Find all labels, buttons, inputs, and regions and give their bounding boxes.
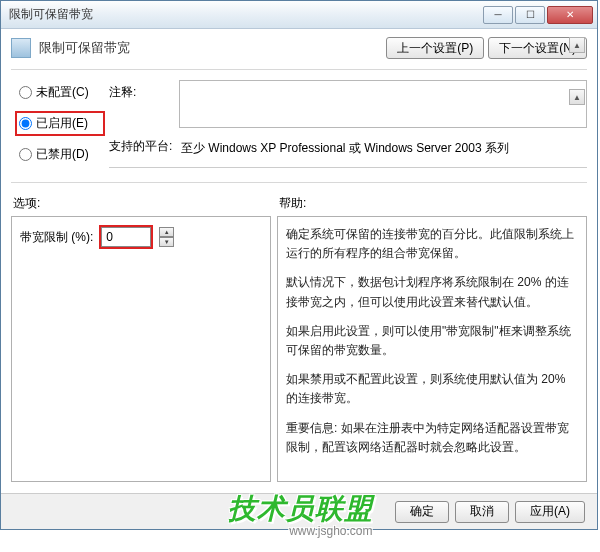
config-area: 未配置(C) 已启用(E) 已禁用(D) 注释: ▲ 支持的平台: 至少 Win… [1, 76, 597, 174]
comment-textarea[interactable] [179, 80, 587, 128]
radio-enabled-input[interactable] [19, 117, 32, 130]
radio-disabled-input[interactable] [19, 148, 32, 161]
bandwidth-input[interactable] [101, 227, 151, 247]
prev-setting-button[interactable]: 上一个设置(P) [386, 37, 484, 59]
radio-enabled-label: 已启用(E) [36, 115, 88, 132]
help-paragraph: 如果禁用或不配置此设置，则系统使用默认值为 20% 的连接带宽。 [286, 370, 578, 408]
cancel-button[interactable]: 取消 [455, 501, 509, 523]
help-paragraph: 默认情况下，数据包计划程序将系统限制在 20% 的连接带宽之内，但可以使用此设置… [286, 273, 578, 311]
header-row: 限制可保留带宽 上一个设置(P) 下一个设置(N) [1, 29, 597, 67]
divider-2 [11, 182, 587, 183]
apply-button[interactable]: 应用(A) [515, 501, 585, 523]
divider [11, 69, 587, 70]
spinner-down-button[interactable]: ▼ [159, 237, 174, 247]
watermark-url: www.jsgho.com [228, 524, 373, 538]
header-title: 限制可保留带宽 [39, 39, 386, 57]
radio-group: 未配置(C) 已启用(E) 已禁用(D) [19, 80, 101, 174]
watermark-text: 技术员联盟 [228, 493, 373, 524]
help-pane: 确定系统可保留的连接带宽的百分比。此值限制系统上运行的所有程序的组合带宽保留。 … [277, 216, 587, 482]
window-title: 限制可保留带宽 [9, 6, 481, 23]
platform-value: 至少 Windows XP Professional 或 Windows Ser… [179, 134, 587, 163]
radio-not-configured-input[interactable] [19, 86, 32, 99]
radio-disabled[interactable]: 已禁用(D) [19, 146, 101, 163]
spinner-up-button[interactable]: ▲ [159, 227, 174, 237]
ok-button[interactable]: 确定 [395, 501, 449, 523]
comment-label: 注释: [109, 80, 179, 101]
options-label: 选项: [13, 195, 279, 212]
minimize-button[interactable]: ─ [483, 6, 513, 24]
radio-not-configured[interactable]: 未配置(C) [19, 84, 101, 101]
platform-label: 支持的平台: [109, 134, 179, 155]
radio-not-configured-label: 未配置(C) [36, 84, 89, 101]
comment-scroll-up-icon[interactable]: ▲ [569, 37, 585, 53]
policy-icon [11, 38, 31, 58]
help-paragraph: 如果启用此设置，则可以使用"带宽限制"框来调整系统可保留的带宽数量。 [286, 322, 578, 360]
help-paragraph: 重要信息: 如果在注册表中为特定网络适配器设置带宽限制，配置该网络适配器时就会忽… [286, 419, 578, 457]
radio-enabled[interactable]: 已启用(E) [15, 111, 105, 136]
options-pane: 带宽限制 (%): ▲ ▼ [11, 216, 271, 482]
close-button[interactable]: ✕ [547, 6, 593, 24]
maximize-button[interactable]: ☐ [515, 6, 545, 24]
titlebar[interactable]: 限制可保留带宽 ─ ☐ ✕ [1, 1, 597, 29]
help-paragraph: 确定系统可保留的连接带宽的百分比。此值限制系统上运行的所有程序的组合带宽保留。 [286, 225, 578, 263]
bandwidth-label: 带宽限制 (%): [20, 229, 93, 246]
bandwidth-spinner [99, 225, 153, 249]
dialog-window: 限制可保留带宽 ─ ☐ ✕ 限制可保留带宽 上一个设置(P) 下一个设置(N) … [0, 0, 598, 530]
radio-disabled-label: 已禁用(D) [36, 146, 89, 163]
platform-scroll-up-icon[interactable]: ▲ [569, 89, 585, 105]
help-label: 帮助: [279, 195, 585, 212]
watermark: 技术员联盟 www.jsgho.com [228, 490, 373, 538]
